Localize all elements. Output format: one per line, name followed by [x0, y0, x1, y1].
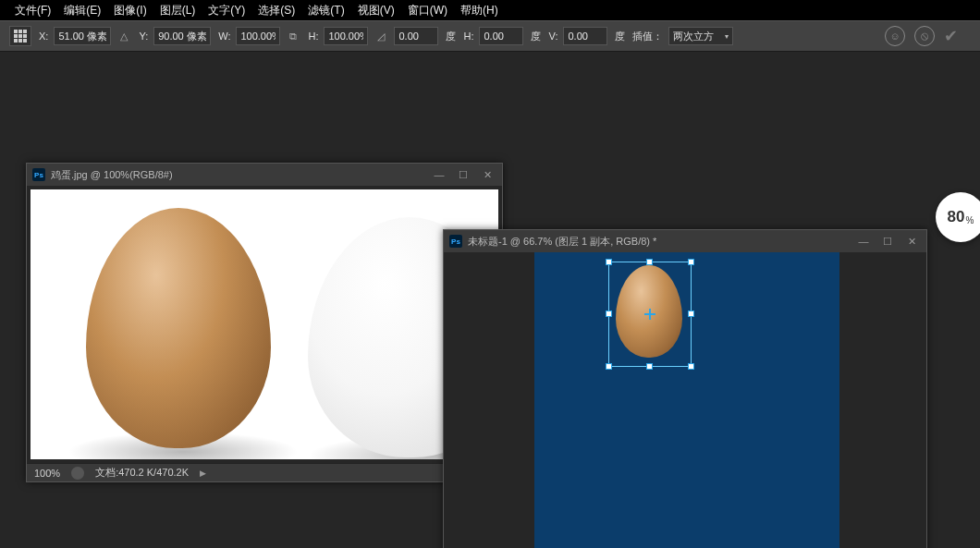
maximize-button[interactable]: ☐	[878, 234, 897, 249]
document-window-eggs[interactable]: Ps 鸡蛋.jpg @ 100%(RGB/8#) — ☐ ✕ 100% 文档:4…	[26, 163, 503, 482]
status-icon[interactable]	[71, 467, 84, 480]
shear-h-label: H:	[463, 30, 473, 42]
titlebar[interactable]: Ps 鸡蛋.jpg @ 100%(RGB/8#) — ☐ ✕	[27, 164, 502, 186]
angle-icon: ◿	[374, 29, 388, 43]
transform-center-point[interactable]	[644, 309, 655, 320]
reference-point-picker[interactable]	[9, 26, 31, 46]
interp-value: 两次立方	[673, 30, 714, 43]
menu-type[interactable]: 文字(Y)	[208, 3, 245, 18]
menu-edit[interactable]: 编辑(E)	[64, 3, 101, 18]
image-content	[31, 189, 498, 459]
cancel-transform-button[interactable]: ⦸	[914, 26, 935, 46]
menu-image[interactable]: 图像(I)	[114, 3, 146, 18]
progress-badge: 80%	[936, 192, 980, 242]
shear-v-label: V:	[548, 30, 557, 42]
maximize-button[interactable]: ☐	[454, 167, 472, 182]
w-label: W:	[218, 30, 230, 42]
shear-v-unit: 度	[615, 30, 625, 43]
h-input[interactable]	[324, 27, 368, 45]
transform-handle-w[interactable]	[606, 311, 612, 317]
doc-size-value: 470.2 K/470.2K	[118, 467, 189, 478]
menu-select[interactable]: 选择(S)	[258, 3, 295, 18]
transform-handle-sw[interactable]	[606, 363, 612, 370]
minimize-button[interactable]: —	[430, 167, 448, 182]
x-label: X:	[39, 30, 48, 42]
transform-handle-ne[interactable]	[688, 259, 694, 265]
options-bar: X: △ Y: W: ⧉ H: ◿ 度 H: 度 V: 度 插值： 两次立方 ▾…	[0, 20, 980, 52]
canvas[interactable]	[27, 186, 502, 463]
shear-v-input[interactable]	[563, 27, 607, 45]
progress-value: 80	[948, 208, 965, 226]
w-input[interactable]	[236, 27, 280, 45]
menu-file[interactable]: 文件(F)	[15, 3, 51, 18]
menu-help[interactable]: 帮助(H)	[460, 3, 498, 18]
interp-label: 插值：	[632, 30, 663, 43]
doc-title: 未标题-1 @ 66.7% (图层 1 副本, RGB/8) *	[468, 235, 656, 249]
minimize-button[interactable]: —	[854, 234, 873, 249]
x-input[interactable]	[54, 27, 111, 45]
transform-handle-n[interactable]	[646, 259, 653, 265]
doc-size-label: 文档:	[95, 467, 118, 478]
transform-handle-s[interactable]	[646, 363, 653, 370]
warp-mode-button[interactable]: ☺	[885, 26, 905, 46]
doc-title: 鸡蛋.jpg @ 100%(RGB/8#)	[51, 168, 173, 182]
chevron-down-icon: ▾	[725, 32, 729, 41]
menu-filter[interactable]: 滤镜(T)	[308, 3, 344, 18]
angle-input[interactable]	[394, 27, 438, 45]
y-label: Y:	[139, 30, 148, 42]
workspace: Ps 鸡蛋.jpg @ 100%(RGB/8#) — ☐ ✕ 100% 文档:4…	[0, 52, 980, 548]
shear-h-unit: 度	[531, 30, 541, 43]
status-bar: 100% 文档:470.2 K/470.2K ▶	[27, 463, 502, 481]
shear-h-input[interactable]	[479, 27, 523, 45]
progress-percent: %	[966, 215, 974, 225]
brown-egg	[86, 208, 271, 448]
status-menu-arrow[interactable]: ▶	[200, 469, 206, 478]
delta-icon[interactable]: △	[116, 29, 131, 43]
zoom-level[interactable]: 100%	[34, 468, 60, 479]
angle-unit: 度	[446, 30, 456, 43]
transform-handle-e[interactable]	[688, 311, 694, 317]
menu-view[interactable]: 视图(V)	[358, 3, 395, 18]
transform-handle-se[interactable]	[688, 363, 694, 370]
close-button[interactable]: ✕	[902, 234, 921, 249]
menu-layer[interactable]: 图层(L)	[160, 3, 196, 18]
titlebar[interactable]: Ps 未标题-1 @ 66.7% (图层 1 副本, RGB/8) * — ☐ …	[444, 230, 926, 252]
link-icon[interactable]: ⧉	[286, 29, 300, 43]
document-canvas[interactable]	[534, 252, 839, 548]
menubar: 文件(F) 编辑(E) 图像(I) 图层(L) 文字(Y) 选择(S) 滤镜(T…	[0, 0, 980, 20]
h-label: H:	[308, 30, 318, 42]
interp-select[interactable]: 两次立方 ▾	[668, 27, 733, 45]
transform-handle-nw[interactable]	[606, 259, 612, 265]
commit-transform-button[interactable]: ✔	[944, 26, 958, 46]
y-input[interactable]	[153, 27, 211, 45]
document-window-untitled[interactable]: Ps 未标题-1 @ 66.7% (图层 1 副本, RGB/8) * — ☐ …	[443, 229, 927, 548]
menu-window[interactable]: 窗口(W)	[408, 3, 447, 18]
transform-bounding-box[interactable]	[608, 262, 692, 367]
close-button[interactable]: ✕	[478, 167, 496, 182]
ps-badge-icon: Ps	[449, 235, 462, 248]
canvas[interactable]	[444, 252, 926, 548]
ps-badge-icon: Ps	[32, 168, 45, 181]
